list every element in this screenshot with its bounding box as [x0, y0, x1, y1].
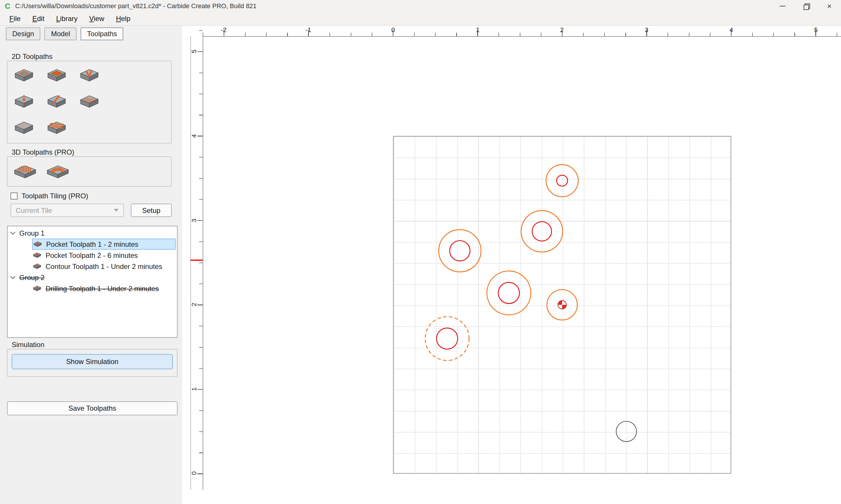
- tab-toolpaths[interactable]: Toolpaths: [81, 28, 123, 40]
- minimize-button[interactable]: [771, 0, 794, 12]
- datum-target-icon: [562, 305, 566, 309]
- cursor-position-marker: [190, 259, 203, 261]
- v-ruler-baseline: [203, 36, 203, 490]
- group-2d-toolpaths: [7, 61, 172, 144]
- menu-library[interactable]: Library: [50, 13, 83, 24]
- h-ruler-label: 3: [638, 26, 655, 33]
- toolpath-item-label: Drilling Toolpath 1 - Under 2 minutes: [46, 284, 159, 292]
- title-bar: C C:/Users/willa/Downloads/customer part…: [0, 0, 841, 12]
- contour-toolpath-icon: [32, 263, 42, 270]
- group-label: Group 1: [19, 229, 45, 237]
- toolpath-tiling-row: Toolpath Tiling (PRO): [11, 192, 88, 200]
- toolpath-circle[interactable]: [487, 271, 531, 315]
- drill-toolpath-icon: [32, 285, 42, 292]
- menu-help[interactable]: Help: [110, 13, 136, 24]
- toolpath-circle[interactable]: [521, 211, 563, 252]
- canvas-area[interactable]: -2 -1 0 1 2 3 4 5 5 4 3 2 1 0: [182, 26, 841, 504]
- h-ruler-label: -2: [216, 26, 232, 33]
- 3d-finish-toolpath-icon[interactable]: [45, 163, 71, 180]
- sidebar: Design Model Toolpaths 2D Toolpaths: [0, 26, 182, 504]
- datum-target-icon: [558, 301, 562, 305]
- toolpath-circle-dashed[interactable]: [425, 317, 469, 360]
- design-circle[interactable]: [450, 241, 470, 261]
- v-ruler-label: 2: [190, 299, 198, 310]
- drill-toolpath-icon[interactable]: [12, 93, 36, 110]
- toolpath-item-row[interactable]: Contour Toolpath 1 - Under 2 minutes: [32, 261, 176, 272]
- menu-bar: File Edit Library View Help: [0, 12, 841, 26]
- texture-toolpath-icon[interactable]: [78, 93, 101, 110]
- tab-model[interactable]: Model: [45, 28, 76, 40]
- toolpath-circle[interactable]: [546, 164, 578, 197]
- close-button[interactable]: ×: [818, 0, 841, 12]
- restore-icon: [803, 3, 809, 8]
- section-title-3d-toolpaths: 3D Toolpaths (PRO): [12, 148, 74, 156]
- contour-group[interactable]: [379, 100, 702, 465]
- toolpath-item-row-disabled[interactable]: Drilling Toolpath 1 - Under 2 minutes: [32, 283, 176, 294]
- v-ruler-left-edge: [190, 36, 191, 490]
- chevron-down-icon[interactable]: [11, 274, 16, 279]
- app-logo-icon: C: [2, 1, 13, 10]
- group-label: Group 2: [19, 273, 45, 282]
- chevron-down-icon[interactable]: [11, 230, 16, 235]
- window-title: C:/Users/willa/Downloads/customer part_v…: [15, 2, 771, 9]
- offset-contour-mid[interactable]: [387, 109, 692, 455]
- section-title-simulation: Simulation: [12, 341, 45, 349]
- tab-bar: Design Model Toolpaths: [6, 28, 127, 40]
- texture-wave-toolpath-icon[interactable]: [45, 120, 68, 136]
- menu-view[interactable]: View: [84, 13, 110, 24]
- restore-button[interactable]: [794, 0, 818, 12]
- pocket-toolpath-icon: [33, 240, 42, 248]
- chevron-down-icon: [114, 209, 119, 212]
- vcarve-toolpath-icon[interactable]: [78, 67, 101, 84]
- setup-button[interactable]: Setup: [131, 203, 172, 217]
- toolpath-item-label: Pocket Toolpath 1 - 2 minutes: [46, 240, 138, 248]
- h-ruler-label: 5: [808, 26, 824, 33]
- pocket-toolpath-icon: [32, 251, 42, 259]
- 3d-rough-toolpath-icon[interactable]: [12, 163, 38, 180]
- toolpath-group-row[interactable]: Group 1: [11, 228, 45, 238]
- v-ruler-major-ticks: [198, 51, 203, 474]
- tab-design[interactable]: Design: [6, 28, 40, 40]
- h-ruler-label: 4: [723, 26, 739, 33]
- toolpath-list[interactable]: Group 1 Pocket Toolpath 1 - 2 minutes Po…: [7, 226, 177, 338]
- toolpath-drawing[interactable]: [182, 26, 841, 504]
- texture-light-toolpath-icon[interactable]: [12, 120, 36, 136]
- design-circle-gray[interactable]: [616, 421, 637, 442]
- app-window: C C:/Users/willa/Downloads/customer part…: [0, 0, 841, 504]
- toolpath-tiling-checkbox[interactable]: [11, 193, 18, 199]
- h-ruler-label: -1: [300, 26, 316, 33]
- section-title-2d-toolpaths: 2D Toolpaths: [12, 53, 53, 61]
- toolpath-circle[interactable]: [439, 230, 481, 272]
- toolpath-item-row[interactable]: Pocket Toolpath 2 - 6 minutes: [32, 250, 176, 261]
- save-toolpaths-button[interactable]: Save Toolpaths: [7, 401, 177, 415]
- v-ruler-label: 3: [190, 215, 198, 226]
- toolpath-contour-blue-inner[interactable]: [395, 120, 682, 444]
- current-tile-select[interactable]: Current Tile: [11, 203, 124, 217]
- menu-edit[interactable]: Edit: [27, 13, 50, 24]
- h-ruler-label: 1: [469, 26, 486, 33]
- h-ruler-label: 2: [554, 26, 570, 33]
- h-ruler-baseline: [203, 36, 841, 37]
- design-circle[interactable]: [532, 222, 551, 241]
- menu-file[interactable]: File: [3, 13, 27, 24]
- design-contour[interactable]: [401, 127, 675, 437]
- v-ruler-label: 5: [190, 46, 198, 57]
- design-circle[interactable]: [436, 328, 458, 349]
- pocket-toolpath-icon[interactable]: [12, 67, 36, 84]
- design-circle[interactable]: [498, 282, 519, 303]
- design-circle[interactable]: [556, 175, 568, 186]
- toolpath-tiling-label: Toolpath Tiling (PRO): [22, 192, 88, 200]
- h-ruler-label: 0: [385, 26, 401, 33]
- v-ruler-label: 1: [190, 384, 198, 394]
- current-tile-label: Current Tile: [16, 206, 114, 214]
- circle-features[interactable]: [425, 164, 637, 442]
- minimize-icon: [780, 5, 786, 6]
- group-3d-toolpaths: [7, 156, 172, 187]
- toolpath-item-row-selected[interactable]: Pocket Toolpath 1 - 2 minutes: [32, 238, 176, 250]
- toolpath-group-row-disabled[interactable]: Group 2: [11, 272, 45, 283]
- pocket-filled-toolpath-icon[interactable]: [45, 67, 68, 84]
- contour-toolpath-icon[interactable]: [45, 93, 68, 110]
- toolpath-contour-blue-outer[interactable]: [393, 118, 684, 447]
- offset-contour-outer[interactable]: [379, 100, 702, 465]
- show-simulation-button[interactable]: Show Simulation: [12, 354, 173, 369]
